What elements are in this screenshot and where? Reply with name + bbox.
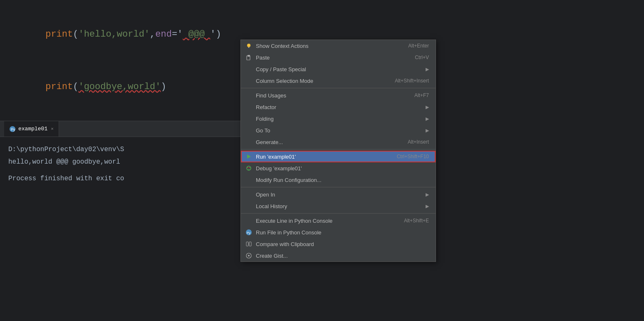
menu-item-column-selection-mode[interactable]: Column Selection ModeAlt+Shift+Insert [241,75,436,87]
run-example01-label: Run 'example01' [256,154,296,160]
run-example01-shortcut: Ctrl+Shift+F10 [397,154,429,159]
menu-item-local-history[interactable]: Local History▶ [241,200,436,212]
svg-point-2 [247,44,250,47]
context-menu: Show Context ActionsAlt+EnterPasteCtrl+V… [240,40,436,262]
menu-item-copy-paste-special[interactable]: Copy / Paste Special▶ [241,63,436,75]
compare-clipboard-label: Compare with Clipboard [256,241,314,247]
svg-point-8 [248,167,248,168]
debug-example01-label: Debug 'example01' [256,165,302,172]
execute-line-python-console-icon [245,217,253,224]
run-file-python-console-label: Run File in Python Console [256,229,322,236]
svg-point-9 [249,167,250,168]
run-example01-icon [245,153,253,160]
refactor-label: Refactor [256,104,276,110]
paste-label: Paste [256,55,270,61]
generate-shortcut: Alt+Insert [408,139,429,145]
menu-separator [241,88,436,88]
open-in-arrow-icon: ▶ [426,192,429,197]
generate-icon [245,138,253,146]
tab-label: example01 [18,126,47,132]
menu-item-open-in[interactable]: Open In▶ [241,189,436,200]
debug-example01-icon [245,164,253,172]
terminal-process: Process finished with exit co [8,175,124,182]
refactor-arrow-icon: ▶ [426,105,429,110]
menu-separator [241,213,436,214]
show-context-actions-icon [245,42,253,50]
menu-item-run-file-python-console[interactable]: PyRun File in Python Console [241,226,436,238]
svg-point-16 [248,255,250,256]
svg-rect-13 [249,242,251,246]
modify-run-configuration-icon [245,176,253,184]
code-line-2: print('goodbye,world') [12,61,237,113]
go-to-icon [245,127,253,134]
go-to-arrow-icon: ▶ [426,128,429,133]
svg-rect-5 [248,55,250,57]
menu-item-find-usages[interactable]: Find UsagesAlt+F7 [241,90,436,101]
open-in-label: Open In [256,192,275,198]
run-file-python-console-icon: Py [245,229,253,236]
find-usages-shortcut: Alt+F7 [414,92,429,98]
local-history-arrow-icon: ▶ [426,204,429,209]
menu-item-create-gist[interactable]: Create Gist... [241,250,436,261]
svg-text:Py: Py [11,127,15,132]
menu-item-go-to[interactable]: Go To▶ [241,124,436,136]
code-editor[interactable]: print('hello,world',end=' @@@ ') print('… [0,0,237,121]
execute-line-python-console-shortcut: Alt+Shift+E [404,218,429,224]
paste-icon [245,54,253,61]
menu-separator [241,187,436,187]
copy-paste-special-label: Copy / Paste Special [256,66,306,72]
show-context-actions-shortcut: Alt+Enter [408,43,429,49]
python-tab-icon: Py [9,126,16,132]
go-to-label: Go To [256,127,270,134]
svg-marker-6 [247,154,251,159]
find-usages-icon [245,92,253,99]
terminal-tab-example01[interactable]: Py example01 × [4,121,59,137]
column-selection-mode-label: Column Selection Mode [256,78,313,84]
menu-item-modify-run-configuration[interactable]: Modify Run Configuration... [241,174,436,186]
menu-item-paste[interactable]: PasteCtrl+V [241,52,436,63]
menu-separator [241,149,436,149]
execute-line-python-console-label: Execute Line in Python Console [256,218,332,224]
menu-item-generate[interactable]: Generate...Alt+Insert [241,136,436,148]
menu-item-folding[interactable]: Folding▶ [241,113,436,124]
column-selection-mode-shortcut: Alt+Shift+Insert [395,78,429,84]
create-gist-label: Create Gist... [256,253,288,259]
svg-rect-12 [246,242,248,246]
paste-shortcut: Ctrl+V [415,55,429,60]
local-history-icon [245,202,253,210]
generate-label: Generate... [256,139,283,145]
menu-item-refactor[interactable]: Refactor▶ [241,101,436,113]
menu-item-compare-clipboard[interactable]: Compare with Clipboard [241,238,436,250]
open-in-icon [245,191,253,198]
folding-icon [245,115,253,122]
menu-item-show-context-actions[interactable]: Show Context ActionsAlt+Enter [241,40,436,52]
copy-paste-special-arrow-icon: ▶ [426,67,429,72]
refactor-icon [245,103,253,111]
create-gist-icon [245,252,253,259]
svg-rect-3 [248,47,250,48]
copy-paste-special-icon [245,65,253,73]
compare-clipboard-icon [245,240,253,248]
column-selection-mode-icon [245,77,253,85]
local-history-label: Local History [256,203,287,209]
folding-arrow-icon: ▶ [426,116,429,122]
find-usages-label: Find Usages [256,92,286,99]
menu-item-debug-example01[interactable]: Debug 'example01' [241,162,436,174]
folding-label: Folding [256,116,274,122]
code-line-1: print('hello,world',end=' @@@ ') [12,8,237,61]
show-context-actions-label: Show Context Actions [256,43,308,49]
menu-item-run-example01[interactable]: Run 'example01'Ctrl+Shift+F10 [241,151,436,162]
tab-close-button[interactable]: × [51,127,54,132]
modify-run-configuration-label: Modify Run Configuration... [256,177,322,183]
menu-item-execute-line-python-console[interactable]: Execute Line in Python ConsoleAlt+Shift+… [241,215,436,226]
svg-text:Py: Py [247,231,250,235]
